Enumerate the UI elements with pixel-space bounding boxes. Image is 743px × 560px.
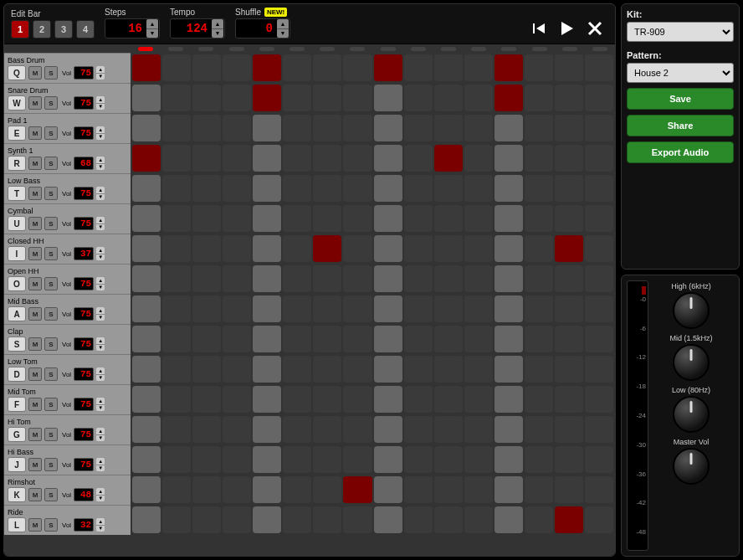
step-cell[interactable] — [343, 506, 372, 533]
step-cell[interactable] — [162, 235, 191, 262]
solo-button[interactable]: S — [44, 96, 58, 110]
step-cell[interactable] — [132, 145, 161, 172]
step-cell[interactable] — [192, 175, 221, 202]
step-cell[interactable] — [374, 386, 402, 413]
step-cell[interactable] — [343, 145, 372, 172]
track-key-button[interactable]: J — [8, 457, 26, 472]
step-cell[interactable] — [434, 54, 463, 81]
step-cell[interactable] — [464, 326, 493, 352]
vol-value[interactable]: 75 — [74, 277, 94, 290]
step-cell[interactable] — [374, 115, 402, 141]
step-cell[interactable] — [434, 295, 463, 322]
step-cell[interactable] — [162, 446, 191, 473]
step-cell[interactable] — [132, 356, 161, 383]
solo-button[interactable]: S — [44, 488, 58, 501]
step-cell[interactable] — [343, 235, 372, 262]
vol-spinner[interactable]: ▲▼ — [96, 66, 105, 80]
step-cell[interactable] — [223, 356, 251, 383]
step-cell[interactable] — [223, 235, 251, 262]
step-cell[interactable] — [283, 175, 311, 202]
step-cell[interactable] — [223, 175, 251, 202]
step-cell[interactable] — [283, 326, 311, 352]
step-cell[interactable] — [313, 295, 341, 322]
tempo-spinner[interactable]: ▲▼ — [212, 19, 223, 38]
step-cell[interactable] — [404, 506, 433, 533]
step-cell[interactable] — [283, 386, 311, 413]
step-cell[interactable] — [313, 145, 341, 172]
step-cell[interactable] — [223, 326, 251, 352]
step-cell[interactable] — [374, 295, 402, 322]
step-cell[interactable] — [374, 85, 402, 111]
solo-button[interactable]: S — [44, 337, 58, 351]
track-key-button[interactable]: F — [8, 397, 26, 412]
step-cell[interactable] — [343, 54, 372, 81]
vol-value[interactable]: 75 — [74, 66, 94, 80]
step-cell[interactable] — [283, 506, 311, 533]
step-cell[interactable] — [223, 205, 251, 232]
bar-button-3[interactable]: 3 — [54, 20, 73, 39]
step-cell[interactable] — [434, 205, 463, 232]
step-cell[interactable] — [162, 356, 191, 383]
mute-button[interactable]: M — [28, 96, 42, 110]
kit-select[interactable]: TR-909 — [627, 22, 734, 42]
mute-button[interactable]: M — [28, 277, 42, 290]
step-cell[interactable] — [313, 476, 341, 503]
step-cell[interactable] — [525, 145, 553, 172]
step-cell[interactable] — [585, 446, 613, 473]
vol-spinner[interactable]: ▲▼ — [96, 518, 105, 532]
solo-button[interactable]: S — [44, 277, 58, 290]
step-cell[interactable] — [223, 145, 251, 172]
solo-button[interactable]: S — [44, 66, 58, 80]
step-cell[interactable] — [253, 235, 281, 262]
step-cell[interactable] — [434, 506, 463, 533]
step-cell[interactable] — [494, 115, 523, 141]
step-cell[interactable] — [525, 54, 553, 81]
step-cell[interactable] — [313, 85, 341, 111]
step-cell[interactable] — [253, 205, 281, 232]
step-cell[interactable] — [434, 476, 463, 503]
step-cell[interactable] — [192, 54, 221, 81]
step-cell[interactable] — [464, 506, 493, 533]
step-cell[interactable] — [555, 145, 583, 172]
step-cell[interactable] — [223, 265, 251, 292]
solo-button[interactable]: S — [44, 187, 58, 200]
step-cell[interactable] — [253, 295, 281, 322]
export-audio-button[interactable]: Export Audio — [627, 141, 734, 163]
step-cell[interactable] — [162, 506, 191, 533]
step-cell[interactable] — [343, 295, 372, 322]
step-cell[interactable] — [223, 506, 251, 533]
step-cell[interactable] — [253, 265, 281, 292]
step-cell[interactable] — [434, 235, 463, 262]
track-key-button[interactable]: U — [8, 216, 26, 231]
vol-spinner[interactable]: ▲▼ — [96, 247, 105, 260]
step-cell[interactable] — [343, 326, 372, 352]
step-cell[interactable] — [434, 356, 463, 383]
step-cell[interactable] — [464, 235, 493, 262]
step-cell[interactable] — [253, 115, 281, 141]
vol-spinner[interactable]: ▲▼ — [96, 277, 105, 290]
step-cell[interactable] — [434, 145, 463, 172]
step-cell[interactable] — [585, 265, 613, 292]
step-cell[interactable] — [374, 476, 402, 503]
step-cell[interactable] — [283, 145, 311, 172]
step-cell[interactable] — [192, 85, 221, 111]
step-cell[interactable] — [494, 476, 523, 503]
step-cell[interactable] — [313, 506, 341, 533]
step-cell[interactable] — [192, 235, 221, 262]
step-cell[interactable] — [132, 205, 161, 232]
vol-value[interactable]: 32 — [74, 518, 94, 532]
step-cell[interactable] — [585, 295, 613, 322]
eq-knob[interactable] — [673, 292, 710, 329]
step-cell[interactable] — [162, 205, 191, 232]
step-cell[interactable] — [223, 85, 251, 111]
track-key-button[interactable]: I — [8, 246, 26, 261]
step-cell[interactable] — [555, 265, 583, 292]
step-cell[interactable] — [494, 506, 523, 533]
step-cell[interactable] — [404, 386, 433, 413]
shuffle-input[interactable]: 0 ▲▼ — [235, 18, 290, 39]
step-cell[interactable] — [313, 326, 341, 352]
step-cell[interactable] — [162, 175, 191, 202]
solo-button[interactable]: S — [44, 428, 58, 441]
eq-knob[interactable] — [673, 448, 710, 485]
step-cell[interactable] — [494, 386, 523, 413]
